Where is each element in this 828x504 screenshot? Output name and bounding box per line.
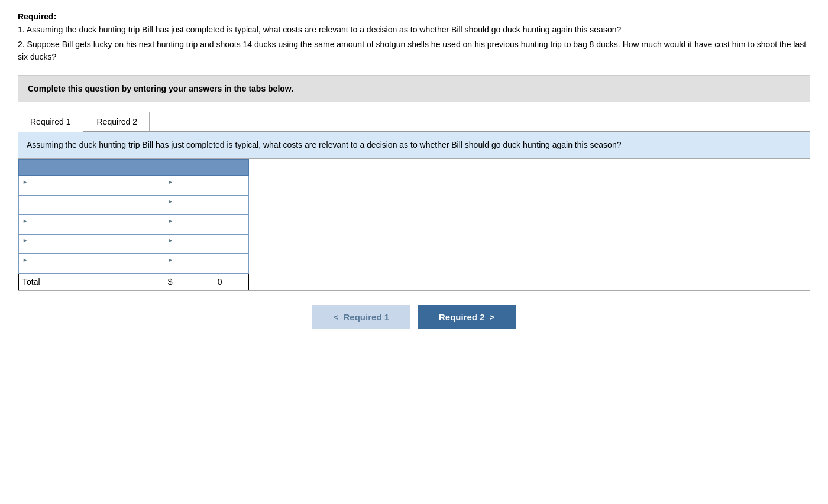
tab-row: Required 1 Required 2 — [18, 112, 810, 132]
required-header: Required: — [18, 12, 810, 21]
row-arrow-3: ► — [22, 218, 28, 224]
row-3-value-input[interactable] — [168, 225, 245, 234]
tab-content-area: Assuming the duck hunting trip Bill has … — [18, 132, 810, 291]
row-5-label-input[interactable] — [22, 264, 160, 273]
tabs-container: Required 1 Required 2 Assuming the duck … — [18, 112, 810, 291]
total-label: Total — [22, 277, 40, 287]
question-1: 1. Assuming the duck hunting trip Bill h… — [18, 24, 810, 36]
nav-area: < Required 1 Required 2 > — [18, 305, 810, 329]
table-row: ► — [19, 196, 249, 215]
data-table: ► ► ► — [18, 159, 249, 290]
row-arrow-4: ► — [22, 238, 28, 243]
next-button-label: Required 2 — [439, 312, 485, 322]
total-currency: $ — [168, 277, 173, 287]
table-row: ► ► — [19, 176, 249, 196]
table-row: ► ► — [19, 215, 249, 235]
row-1-value-input[interactable] — [168, 186, 245, 195]
tab-required-1[interactable]: Required 1 — [18, 112, 83, 132]
instructions-box: Complete this question by entering your … — [18, 75, 810, 102]
next-button[interactable]: Required 2 > — [418, 305, 516, 329]
next-arrow-icon: > — [490, 312, 495, 322]
row-arrow-2b: ► — [168, 199, 173, 204]
table-header-col2 — [164, 160, 248, 176]
question-text: 1. Assuming the duck hunting trip Bill h… — [18, 24, 810, 63]
instructions-text: Complete this question by entering your … — [28, 84, 293, 93]
prev-arrow-icon: < — [334, 312, 339, 322]
nav-buttons-group: < Required 1 Required 2 > — [312, 305, 516, 329]
table-header-col1 — [19, 160, 164, 176]
prev-button[interactable]: < Required 1 — [312, 305, 410, 329]
total-value-input[interactable] — [174, 277, 222, 287]
row-2-label-input[interactable] — [22, 201, 160, 210]
row-1-label-input[interactable] — [22, 186, 160, 195]
total-row: Total $ — [19, 274, 249, 290]
row-arrow-3b: ► — [168, 218, 173, 224]
row-4-value-input[interactable] — [168, 245, 245, 253]
tab-required-2[interactable]: Required 2 — [85, 112, 150, 131]
row-arrow-1: ► — [22, 179, 28, 185]
row-arrow-5: ► — [22, 257, 28, 263]
row-arrow-4b: ► — [168, 238, 173, 243]
tab-question: Assuming the duck hunting trip Bill has … — [18, 132, 810, 159]
table-row: ► ► — [19, 254, 249, 274]
row-5-value-input[interactable] — [168, 264, 245, 273]
row-3-label-input[interactable] — [22, 225, 160, 234]
table-row: ► ► — [19, 235, 249, 254]
row-arrow-1b: ► — [168, 179, 173, 185]
row-4-label-input[interactable] — [22, 245, 160, 253]
row-2-value-input[interactable] — [168, 206, 245, 214]
row-arrow-5b: ► — [168, 257, 173, 263]
question-2: 2. Suppose Bill gets lucky on his next h… — [18, 38, 810, 63]
prev-button-label: Required 1 — [343, 312, 389, 322]
